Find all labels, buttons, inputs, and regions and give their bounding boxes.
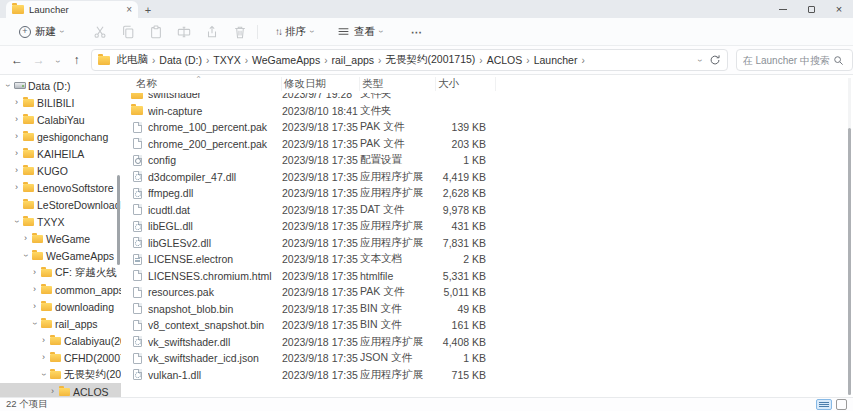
sidebar-item[interactable]: › geshigonchang	[0, 128, 121, 145]
file-row[interactable]: LICENSE.electron 2023/9/18 17:35 文本文档 2 …	[126, 251, 521, 268]
breadcrumb-item[interactable]: 无畏契约(2001715)	[383, 53, 477, 67]
file-name: icudtl.dat	[148, 204, 282, 216]
sidebar-item[interactable]: › WeGameApps	[0, 247, 121, 264]
sidebar-item[interactable]: › TXYX	[0, 213, 121, 230]
recent-locations-button[interactable]: ›	[50, 54, 66, 66]
list-scrollbar-thumb[interactable]	[848, 128, 851, 395]
file-row[interactable]: libGLESv2.dll 2023/9/18 17:35 应用程序扩展 7,8…	[126, 235, 521, 252]
sidebar-item[interactable]: › common_apps	[0, 281, 121, 298]
expander-icon[interactable]: ›	[39, 353, 48, 362]
sidebar-item[interactable]: › LenovoSoftstore	[0, 179, 121, 196]
file-row[interactable]: swiftshader 2023/9/7 19:28 文件夹	[126, 93, 521, 103]
expander-icon[interactable]: ›	[12, 217, 21, 226]
sidebar-item[interactable]: › KUGO	[0, 162, 121, 179]
expander-icon[interactable]: ›	[12, 166, 21, 175]
breadcrumb-item[interactable]: 此电脑	[114, 53, 150, 67]
expander-icon[interactable]: ›	[48, 387, 57, 396]
search-box[interactable]	[736, 49, 853, 71]
refresh-icon[interactable]	[709, 54, 721, 66]
search-icon	[833, 55, 844, 66]
sidebar-item[interactable]: › WeGame	[0, 230, 121, 247]
expander-icon[interactable]: ›	[21, 251, 30, 260]
column-header-date[interactable]: 修改日期	[282, 77, 360, 91]
sidebar-item[interactable]: › rail_apps	[0, 315, 121, 332]
breadcrumb-item[interactable]: WeGameApps	[250, 54, 322, 66]
address-dropdown-icon[interactable]: ›	[695, 59, 704, 62]
expander-icon[interactable]: ›	[12, 183, 21, 192]
column-header-size[interactable]: 大小	[436, 77, 496, 91]
maximize-button[interactable]	[797, 0, 825, 18]
sidebar-item[interactable]: › downloading	[0, 298, 121, 315]
column-header-name[interactable]: 名称	[126, 77, 282, 91]
breadcrumb-item[interactable]: Launcher	[532, 54, 580, 66]
expander-icon[interactable]: ›	[12, 98, 21, 107]
breadcrumb-item[interactable]: rail_apps	[329, 54, 376, 66]
sidebar-item[interactable]: › CFHD(2000797	[0, 349, 121, 366]
expander-icon[interactable]: ›	[12, 115, 21, 124]
delete-button[interactable]	[232, 24, 247, 39]
sort-button[interactable]: ↑↓ 排序 ›	[268, 21, 320, 43]
file-row[interactable]: chrome_100_percent.pak 2023/9/18 17:35 P…	[126, 119, 521, 136]
sidebar-item[interactable]: › CF: 穿越火线	[0, 264, 121, 281]
up-button[interactable]: ↑	[66, 53, 88, 67]
expander-icon[interactable]: ›	[39, 336, 48, 345]
sidebar-item[interactable]: › KAIHEILA	[0, 145, 121, 162]
sidebar-item[interactable]: › 无畏契约(20017	[0, 366, 121, 383]
file-row[interactable]: icudtl.dat 2023/9/18 17:35 DAT 文件 9,978 …	[126, 202, 521, 219]
paste-button[interactable]	[148, 24, 163, 39]
sidebar-item[interactable]: › Data (D:)	[0, 77, 121, 94]
view-button[interactable]: 查看 ›	[330, 21, 389, 43]
tab-close-icon[interactable]: ×	[126, 5, 132, 15]
breadcrumb-item[interactable]: TXYX	[211, 54, 242, 66]
file-row[interactable]: vk_swiftshader.dll 2023/9/18 17:35 应用程序扩…	[126, 334, 521, 351]
file-row[interactable]: win-capture 2023/8/10 18:41 文件夹	[126, 103, 521, 120]
expander-icon[interactable]: ›	[30, 302, 39, 311]
sidebar-scrollbar[interactable]	[117, 175, 120, 265]
breadcrumb[interactable]: 此电脑›Data (D:)›TXYX›WeGameApps›rail_apps›…	[91, 49, 727, 71]
expander-icon[interactable]: ›	[12, 132, 21, 141]
minimize-button[interactable]	[769, 0, 797, 18]
file-row[interactable]: v8_context_snapshot.bin 2023/9/18 17:35 …	[126, 317, 521, 334]
breadcrumb-item[interactable]: ACLOS	[485, 54, 525, 66]
sidebar-item[interactable]: › BILIBILI	[0, 94, 121, 111]
sidebar-item[interactable]: › Calabiyau(2001	[0, 332, 121, 349]
tab-launcher[interactable]: Launcher ×	[6, 1, 138, 18]
forward-button[interactable]: →	[28, 53, 50, 67]
file-row[interactable]: vulkan-1.dll 2023/9/18 17:35 应用程序扩展 715 …	[126, 367, 521, 382]
file-row[interactable]: config 2023/9/18 17:35 配置设置 1 KB	[126, 152, 521, 169]
sidebar-item-label: geshigonchang	[37, 131, 108, 143]
close-button[interactable]: ×	[825, 0, 853, 18]
search-input[interactable]	[743, 55, 833, 66]
rename-button[interactable]	[176, 24, 191, 39]
new-tab-button[interactable]: +	[138, 1, 158, 18]
expander-icon[interactable]: ›	[30, 268, 39, 277]
back-button[interactable]: ←	[6, 53, 28, 67]
expander-icon[interactable]: ›	[39, 370, 48, 379]
copy-button[interactable]	[120, 24, 135, 39]
sidebar-item[interactable]: LeStoreDownload	[0, 196, 121, 213]
expander-icon[interactable]: ›	[21, 234, 30, 243]
file-row[interactable]: vk_swiftshader_icd.json 2023/9/18 17:35 …	[126, 350, 521, 367]
file-row[interactable]: libEGL.dll 2023/9/18 17:35 应用程序扩展 431 KB	[126, 218, 521, 235]
file-row[interactable]: chrome_200_percent.pak 2023/9/18 17:35 P…	[126, 136, 521, 153]
sidebar-item[interactable]: › CalabiYau	[0, 111, 121, 128]
column-header-type[interactable]: 类型	[360, 77, 436, 91]
expander-icon[interactable]: ›	[12, 149, 21, 158]
expander-icon[interactable]: ›	[30, 319, 39, 328]
details-view-button[interactable]	[816, 399, 832, 410]
expander-icon[interactable]: ›	[30, 285, 39, 294]
share-button[interactable]	[204, 24, 219, 39]
file-row[interactable]: d3dcompiler_47.dll 2023/9/18 17:35 应用程序扩…	[126, 169, 521, 186]
cut-button[interactable]	[92, 24, 107, 39]
expander-icon[interactable]: ›	[3, 81, 12, 90]
file-row[interactable]: resources.pak 2023/9/18 17:35 PAK 文件 5,0…	[126, 284, 521, 301]
new-button[interactable]: + 新建 ›	[12, 21, 70, 43]
file-row[interactable]: LICENSES.chromium.html 2023/9/18 17:35 h…	[126, 268, 521, 285]
file-row[interactable]: snapshot_blob.bin 2023/9/18 17:35 BIN 文件…	[126, 301, 521, 318]
large-icons-view-button[interactable]	[836, 399, 847, 410]
sidebar-item-label: ACLOS	[73, 386, 109, 398]
more-options-button[interactable]: ⋯	[403, 26, 432, 38]
file-row[interactable]: ffmpeg.dll 2023/9/18 17:35 应用程序扩展 2,628 …	[126, 185, 521, 202]
sidebar-item[interactable]: › ACLOS	[0, 383, 121, 397]
breadcrumb-item[interactable]: Data (D:)	[157, 54, 204, 66]
